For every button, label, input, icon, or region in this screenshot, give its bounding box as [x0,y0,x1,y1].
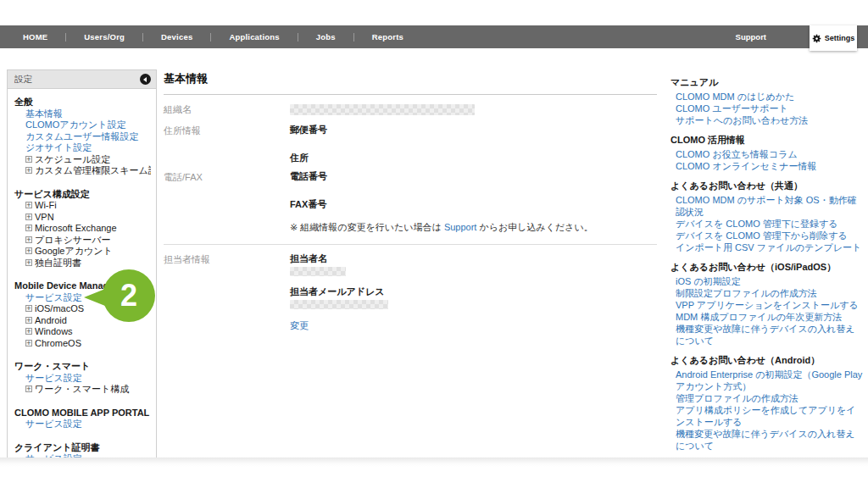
sidebar-section-header: ワーク・スマート [14,361,151,373]
sidebar-item-label: Googleアカウント [35,246,113,256]
org-change-note: ※ 組織情報の変更を行いたい場合は Support からお申し込みください。 [290,221,657,234]
contact-info-label: 担当者情報 [164,253,290,332]
nav-item-users-org[interactable]: Users/Org [66,32,142,42]
sidebar-item-custom-admin-scheme[interactable]: +カスタム管理権限スキーム設定 [14,165,151,177]
redacted-org-name [290,104,475,115]
sidebar-item-clomo-account[interactable]: CLOMOアカウント設定 [14,119,151,131]
help-link[interactable]: MDM 構成プロファイルの年次更新方法 [670,311,864,323]
nav-item-jobs[interactable]: Jobs [298,32,353,42]
sidebar-item-label: Wi-Fi [35,200,57,210]
redacted-contact-email [290,300,388,309]
sidebar-item-label: Microsoft Exchange [35,223,117,233]
help-section-header: CLOMO 活用情報 [670,134,864,147]
expand-icon[interactable]: + [25,305,32,312]
sidebar-item-windows[interactable]: +Windows [14,326,151,338]
sidebar-item-basic-info[interactable]: 基本情報 [14,108,151,120]
sidebar-item-label: ワーク・スマート構成 [35,384,129,394]
sidebar-item-vpn[interactable]: +VPN [14,212,151,224]
sidebar-item-ms-exchange[interactable]: +Microsoft Exchange [14,223,151,235]
nav-item-applications[interactable]: Applications [211,32,297,42]
main-content: 基本情報 組織名 住所情報 郵便番号 住所 電話/FAX 電話番号 FAX番号 … [164,71,657,332]
expand-icon[interactable]: + [25,225,32,231]
sidebar-item-portal-service-settings[interactable]: サービス設定 [14,419,151,430]
sidebar-section-service-config: サービス構成設定 +Wi-Fi +VPN +Microsoft Exchange… [14,189,151,269]
help-link[interactable]: 管理プロファイルの作成方法 [670,392,864,404]
sidebar-item-geosite[interactable]: ジオサイト設定 [14,142,151,154]
help-link[interactable]: アプリ構成ポリシーを作成してアプリをインストールする [670,404,864,428]
nav-item-reports[interactable]: Reports [354,32,421,42]
expand-icon[interactable]: + [25,236,32,243]
sidebar-item-label: プロキシサーバー [35,235,111,245]
sidebar-item-own-certificate[interactable]: +独自証明書 [14,258,151,269]
viewport-bottom-edge [0,458,868,488]
expand-icon[interactable]: + [25,202,32,208]
org-name-label: 組織名 [164,103,290,116]
help-section-faq-ios: よくあるお問い合わせ（iOS/iPadOS） iOS の初期設定 制限設定プロフ… [670,261,864,347]
nav-item-home[interactable]: HOME [5,32,65,42]
sidebar-item-custom-user-info[interactable]: カスタムユーザー情報設定 [14,131,151,143]
help-link[interactable]: CLOMO MDM のはじめかた [670,91,864,103]
help-panel: マニュアル CLOMO MDM のはじめかた CLOMO ユーザーサポート サポ… [670,76,864,488]
sidebar-item-worksmart-config[interactable]: +ワーク・スマート構成 [14,384,151,396]
help-link[interactable]: 機種変更や故障に伴うデバイスの入れ替えについて [670,323,864,347]
nav-item-devices[interactable]: Devices [143,32,210,42]
help-link[interactable]: サポートへのお問い合わせ方法 [670,114,864,126]
expand-icon[interactable]: + [25,156,32,163]
help-section-header: マニュアル [670,76,864,89]
sidebar-collapse-button[interactable] [140,74,151,85]
settings-sidebar: 設定 全般 基本情報 CLOMOアカウント設定 カスタムユーザー情報設定 ジオサ… [7,69,157,468]
help-section-clomo-info: CLOMO 活用情報 CLOMO お役立ち情報コラム CLOMO オンラインセミ… [670,134,864,172]
help-section-manual: マニュアル CLOMO MDM のはじめかた CLOMO ユーザーサポート サポ… [670,76,864,126]
sidebar-item-label: 独自証明書 [35,258,81,268]
help-section-header: よくあるお問い合わせ（共通） [670,180,864,192]
expand-icon[interactable]: + [25,214,32,220]
settings-tab[interactable]: Settings [810,25,857,51]
sidebar-item-google-account[interactable]: +Googleアカウント [14,246,151,258]
sidebar-item-schedule[interactable]: +スケジュール設定 [14,154,151,166]
callout-tail [84,289,105,306]
help-section-faq-android: よくあるお問い合わせ（Android） Android Enterprise の… [670,354,864,452]
org-name-row: 組織名 [164,95,657,116]
top-navigation-bar: HOME Users/Org Devices Applications Jobs… [0,25,868,48]
expand-icon[interactable]: + [25,385,32,392]
help-link[interactable]: CLOMO MDM のサポート対象 OS・動作確認状況 [670,194,864,218]
sidebar-item-wifi[interactable]: +Wi-Fi [14,200,151,212]
help-link[interactable]: Android Enterprise の初期設定（Google Play アカウ… [670,369,864,392]
settings-tab-label: Settings [825,34,855,42]
help-link[interactable]: CLOMO ユーザーサポート [670,103,864,114]
help-link[interactable]: デバイスを CLOMO 管理下に登録する [670,218,864,230]
address-row: 住所情報 郵便番号 住所 [164,116,657,163]
sidebar-section-header: 全般 [14,97,151,108]
sidebar-item-label: Windows [35,326,73,336]
help-link[interactable]: VPP アプリケーションをインストールする [670,299,864,311]
callout-number: 2 [103,269,155,322]
step-2-callout: 2 [103,269,155,322]
sidebar-item-chromeos[interactable]: +ChromeOS [14,338,151,350]
sidebar-section-work-smart: ワーク・スマート サービス設定 +ワーク・スマート構成 [14,361,151,396]
support-link[interactable]: Support [444,222,477,232]
expand-icon[interactable]: + [25,259,32,266]
expand-icon[interactable]: + [25,247,32,254]
sidebar-item-label: ChromeOS [35,338,81,348]
help-link[interactable]: インポート用 CSV ファイルのテンプレート [670,241,864,253]
sidebar-item-label: Android [35,315,67,325]
expand-icon[interactable]: + [25,328,32,335]
help-section-faq-common: よくあるお問い合わせ（共通） CLOMO MDM のサポート対象 OS・動作確認… [670,180,864,253]
sidebar-item-worksmart-service-settings[interactable]: サービス設定 [14,373,151,385]
expand-icon[interactable]: + [25,167,32,174]
sidebar-item-label: スケジュール設定 [35,154,110,164]
sidebar-item-proxy-server[interactable]: +プロキシサーバー [14,235,151,247]
expand-icon[interactable]: + [25,340,32,347]
nav-item-support[interactable]: Support [736,32,766,42]
help-link[interactable]: 機種変更や故障に伴うデバイスの入れ替えについて [670,428,864,452]
sidebar-section-header: サービス構成設定 [14,189,151,201]
help-link[interactable]: デバイスを CLOMO 管理下から削除する [670,230,864,241]
change-link[interactable]: 変更 [290,319,309,332]
help-link[interactable]: CLOMO お役立ち情報コラム [670,148,864,160]
page-title: 基本情報 [164,71,657,95]
note-prefix: ※ 組織情報の変更を行いたい場合は [290,222,444,232]
expand-icon[interactable]: + [25,317,32,324]
help-link[interactable]: iOS の初期設定 [670,275,864,287]
help-link[interactable]: CLOMO オンラインセミナー情報 [670,160,864,172]
help-link[interactable]: 制限設定プロファイルの作成方法 [670,287,864,299]
